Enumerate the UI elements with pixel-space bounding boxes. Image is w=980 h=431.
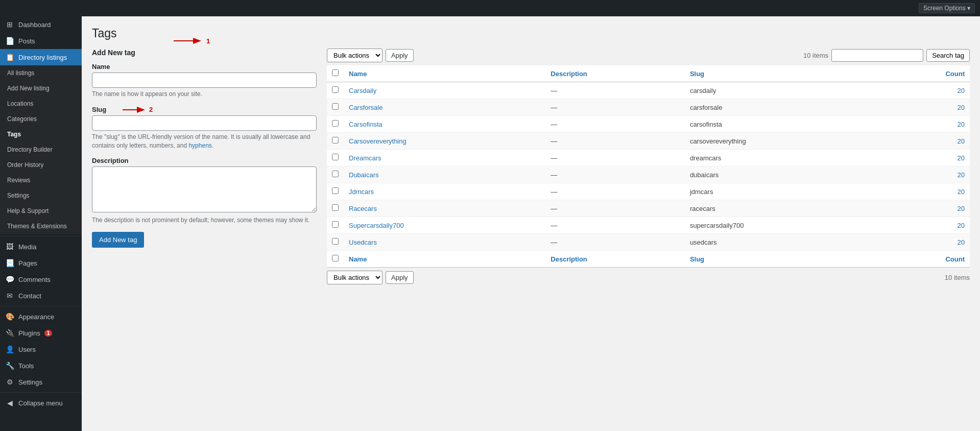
sidebar-item-comments[interactable]: 💬 Comments bbox=[0, 271, 82, 288]
apply-button-bottom[interactable]: Apply bbox=[386, 271, 414, 284]
tfoot-slug[interactable]: Slug bbox=[685, 251, 882, 268]
row-count: 20 bbox=[882, 234, 970, 251]
sidebar-item-label: Settings bbox=[7, 192, 29, 199]
apply-button-top[interactable]: Apply bbox=[386, 49, 414, 62]
row-checkbox[interactable] bbox=[332, 204, 339, 211]
row-checkbox[interactable] bbox=[332, 120, 339, 127]
table-toolbar-top: Bulk actions Apply 10 items Search tag bbox=[327, 49, 970, 62]
row-slug: supercarsdaily700 bbox=[685, 217, 882, 234]
slug-help: The "slug" is the URL-friendly version o… bbox=[92, 133, 317, 150]
table-row: Jdmcars — jdmcars 20 bbox=[327, 183, 970, 200]
sidebar-item-media[interactable]: 🖼 Media bbox=[0, 238, 82, 255]
toolbar-left: Bulk actions Apply bbox=[327, 49, 414, 62]
row-checkbox[interactable] bbox=[332, 187, 339, 194]
sidebar-item-appearance[interactable]: 🎨 Appearance bbox=[0, 308, 82, 325]
row-checkbox[interactable] bbox=[332, 103, 339, 110]
sidebar-item-plugins[interactable]: 🔌 Plugins 1 bbox=[0, 325, 82, 341]
tag-name-link[interactable]: Carsdaily bbox=[349, 87, 376, 94]
sidebar-item-themes-extensions[interactable]: Themes & Extensions bbox=[0, 219, 82, 234]
sidebar-item-label: Order History bbox=[7, 161, 43, 169]
sidebar-item-label: Reviews bbox=[7, 177, 30, 184]
row-description: — bbox=[545, 116, 685, 133]
tfoot-count[interactable]: Count bbox=[882, 251, 970, 268]
row-description: — bbox=[545, 200, 685, 217]
slug-help-link[interactable]: hyphens bbox=[188, 142, 211, 149]
th-name[interactable]: Name bbox=[344, 65, 545, 82]
screen-options-button[interactable]: Screen Options ▾ bbox=[919, 3, 975, 13]
sidebar-item-label: Collapse menu bbox=[18, 399, 63, 407]
sidebar-item-locations[interactable]: Locations bbox=[0, 96, 82, 111]
row-slug: dubaicars bbox=[685, 166, 882, 183]
row-checkbox[interactable] bbox=[332, 238, 339, 245]
tfoot-name[interactable]: Name bbox=[344, 251, 545, 268]
sidebar-item-categories[interactable]: Categories bbox=[0, 111, 82, 127]
sidebar-item-directory-listings[interactable]: 📋 Directory listings bbox=[0, 49, 82, 65]
sidebar-item-label: Themes & Extensions bbox=[7, 223, 67, 230]
tag-name-link[interactable]: Dreamcars bbox=[349, 154, 381, 162]
row-name: Carsovereverything bbox=[344, 133, 545, 150]
sidebar-item-label: Directory Builder bbox=[7, 146, 53, 153]
tag-name-link[interactable]: Usedcars bbox=[349, 238, 377, 246]
th-slug[interactable]: Slug bbox=[685, 65, 882, 82]
row-slug: carsofinsta bbox=[685, 116, 882, 133]
name-input[interactable] bbox=[92, 73, 317, 88]
sidebar-divider2 bbox=[0, 306, 82, 306]
row-slug: carsovereverything bbox=[685, 133, 882, 150]
tag-name-link[interactable]: Dubaicars bbox=[349, 171, 379, 179]
row-name: Racecars bbox=[344, 200, 545, 217]
tfoot-description[interactable]: Description bbox=[545, 251, 685, 268]
sidebar-item-reviews[interactable]: Reviews bbox=[0, 173, 82, 188]
row-check bbox=[327, 150, 344, 166]
row-checkbox[interactable] bbox=[332, 86, 339, 93]
sidebar-item-pages[interactable]: 📃 Pages bbox=[0, 255, 82, 271]
row-checkbox[interactable] bbox=[332, 137, 339, 143]
row-description: — bbox=[545, 82, 685, 99]
sidebar-item-tags[interactable]: Tags bbox=[0, 127, 82, 142]
bulk-actions-select[interactable]: Bulk actions bbox=[327, 49, 383, 62]
th-description[interactable]: Description bbox=[545, 65, 685, 82]
sidebar-item-help-support[interactable]: Help & Support bbox=[0, 203, 82, 219]
row-checkbox[interactable] bbox=[332, 154, 339, 160]
sidebar-item-all-listings[interactable]: All listings bbox=[0, 65, 82, 81]
name-field: Name The name is how it appears on your … bbox=[92, 63, 317, 99]
description-input[interactable] bbox=[92, 166, 317, 212]
select-all-checkbox-bottom[interactable] bbox=[332, 255, 339, 261]
sidebar-item-dashboard[interactable]: ⊞ Dashboard bbox=[0, 16, 82, 33]
row-name: Carsdaily bbox=[344, 82, 545, 99]
row-checkbox[interactable] bbox=[332, 171, 339, 177]
slug-field: Slug 2 The "slug" is the URL-friendly ve… bbox=[92, 106, 317, 150]
tag-name-link[interactable]: Jdmcars bbox=[349, 188, 374, 196]
bulk-actions-select-bottom[interactable]: Bulk actions bbox=[327, 271, 383, 284]
annotation-2: 2 bbox=[123, 105, 153, 115]
sidebar-item-collapse-menu[interactable]: ◀ Collapse menu bbox=[0, 395, 82, 411]
sidebar-item-posts[interactable]: 📄 Posts bbox=[0, 33, 82, 49]
add-new-tag-button[interactable]: Add New tag bbox=[92, 232, 144, 248]
sidebar-item-settings-sub[interactable]: Settings bbox=[0, 188, 82, 203]
description-field: Description The description is not promi… bbox=[92, 157, 317, 225]
th-count[interactable]: Count bbox=[882, 65, 970, 82]
sidebar-item-tools[interactable]: 🔧 Tools bbox=[0, 357, 82, 374]
row-count: 20 bbox=[882, 82, 970, 99]
tag-name-link[interactable]: Carsovereverything bbox=[349, 137, 407, 145]
row-checkbox[interactable] bbox=[332, 221, 339, 228]
search-tag-button[interactable]: Search tag bbox=[926, 49, 970, 62]
row-check bbox=[327, 116, 344, 133]
tag-name-link[interactable]: Carsofinsta bbox=[349, 121, 383, 128]
row-check bbox=[327, 183, 344, 200]
sidebar-item-settings-main[interactable]: ⚙ Settings bbox=[0, 374, 82, 390]
search-tag-input[interactable] bbox=[831, 49, 923, 62]
tag-name-link[interactable]: Racecars bbox=[349, 205, 377, 212]
tag-name-link[interactable]: Supercarsdaily700 bbox=[349, 222, 404, 229]
row-check bbox=[327, 217, 344, 234]
sidebar-item-users[interactable]: 👤 Users bbox=[0, 341, 82, 357]
posts-icon: 📄 bbox=[5, 37, 14, 45]
sidebar-item-directory-builder[interactable]: Directory Builder bbox=[0, 142, 82, 157]
select-all-checkbox[interactable] bbox=[332, 69, 339, 76]
sidebar-item-add-new-listing[interactable]: Add New listing bbox=[0, 81, 82, 96]
sidebar-item-order-history[interactable]: Order History bbox=[0, 157, 82, 173]
slug-input[interactable] bbox=[92, 115, 317, 131]
description-label: Description bbox=[92, 157, 317, 164]
tag-name-link[interactable]: Carsforsale bbox=[349, 104, 383, 111]
sidebar-item-contact[interactable]: ✉ Contact bbox=[0, 288, 82, 304]
name-help: The name is how it appears on your site. bbox=[92, 90, 317, 99]
